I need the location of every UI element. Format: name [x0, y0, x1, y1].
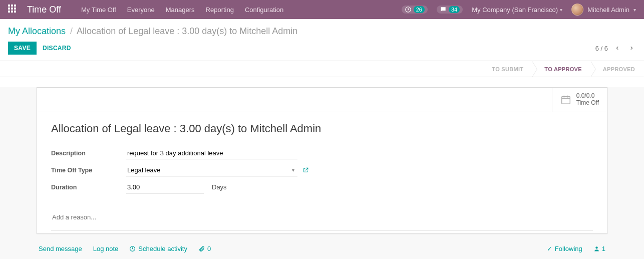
- pager-next[interactable]: [627, 45, 636, 52]
- status-bar: TO SUBMIT TO APPROVE APPROVED: [0, 61, 644, 77]
- sheet-body: Allocation of Legal leave : 3.00 day(s) …: [37, 112, 607, 233]
- following-button[interactable]: ✓ Following: [547, 245, 582, 252]
- pager-position: 6 / 6: [595, 45, 608, 52]
- pager-prev[interactable]: [613, 45, 622, 52]
- menu-my-time-off[interactable]: My Time Off: [81, 6, 116, 14]
- menu-everyone[interactable]: Everyone: [127, 6, 155, 14]
- svg-point-3: [595, 246, 597, 248]
- messages-count: 34: [449, 6, 460, 13]
- user-menu[interactable]: Mitchell Admin ▾: [571, 4, 636, 16]
- breadcrumb-current: Allocation of Legal leave : 3.00 day(s) …: [77, 26, 297, 36]
- action-bar: SAVE DISCARD 6 / 6: [0, 42, 644, 61]
- save-button[interactable]: SAVE: [8, 42, 37, 55]
- app-title: Time Off: [27, 5, 61, 15]
- send-message-button[interactable]: Send message: [39, 245, 82, 252]
- clock-icon: [129, 245, 136, 252]
- paperclip-icon: [198, 245, 205, 252]
- description-input[interactable]: [126, 147, 297, 159]
- label-type: Time Off Type: [51, 167, 126, 174]
- status-to-submit[interactable]: TO SUBMIT: [480, 61, 532, 77]
- company-name: My Company (San Francisco): [472, 6, 558, 14]
- time-off-type-select[interactable]: [126, 164, 297, 176]
- chatter-bar: Send message Log note Schedule activity …: [37, 245, 607, 252]
- clock-icon: [405, 6, 412, 13]
- label-duration: Duration: [51, 184, 126, 191]
- main-menu: My Time Off Everyone Managers Reporting …: [81, 6, 283, 14]
- user-icon: [593, 245, 600, 252]
- record-title: Allocation of Legal leave : 3.00 day(s) …: [51, 122, 593, 135]
- form-sheet: 0.0/0.0 Time Off Allocation of Legal lea…: [37, 87, 607, 234]
- stat-buttons: 0.0/0.0 Time Off: [37, 88, 607, 112]
- time-off-stat-button[interactable]: 0.0/0.0 Time Off: [552, 88, 607, 112]
- chevron-down-icon: ▾: [633, 7, 636, 13]
- pager: 6 / 6: [595, 45, 636, 52]
- activities-count: 26: [414, 6, 425, 13]
- followers-button[interactable]: 1: [593, 245, 605, 252]
- topbar-right: 26 34 My Company (San Francisco) ▾ Mitch…: [402, 4, 636, 16]
- breadcrumb: My Allocations / Allocation of Legal lea…: [0, 19, 644, 42]
- log-note-button[interactable]: Log note: [93, 245, 119, 252]
- stat-label: Time Off: [576, 100, 599, 107]
- topbar: Time Off My Time Off Everyone Managers R…: [0, 0, 644, 19]
- breadcrumb-parent[interactable]: My Allocations: [8, 26, 66, 36]
- external-link-icon[interactable]: [302, 167, 309, 173]
- label-description: Description: [51, 150, 126, 157]
- avatar: [571, 4, 583, 16]
- chevron-down-icon: ▾: [560, 7, 562, 13]
- form-area: 0.0/0.0 Time Off Allocation of Legal lea…: [0, 87, 644, 259]
- status-approved[interactable]: APPROVED: [591, 61, 644, 77]
- discard-button[interactable]: DISCARD: [37, 42, 77, 55]
- attachments-button[interactable]: 0: [198, 245, 211, 252]
- stat-value: 0.0/0.0: [576, 93, 599, 100]
- breadcrumb-separator: /: [70, 26, 73, 36]
- duration-unit: Days: [212, 183, 227, 191]
- apps-icon[interactable]: [8, 5, 18, 15]
- schedule-activity-button[interactable]: Schedule activity: [129, 245, 187, 252]
- company-switcher[interactable]: My Company (San Francisco) ▾: [472, 6, 562, 14]
- menu-configuration[interactable]: Configuration: [245, 6, 283, 14]
- reason-input[interactable]: [51, 208, 593, 230]
- check-icon: ✓: [547, 245, 552, 252]
- messages-button[interactable]: 34: [437, 6, 463, 14]
- calendar-icon: [560, 94, 571, 105]
- status-to-approve[interactable]: TO APPROVE: [532, 61, 591, 77]
- duration-input[interactable]: [126, 181, 204, 193]
- activities-button[interactable]: 26: [402, 6, 428, 14]
- menu-managers[interactable]: Managers: [166, 6, 195, 14]
- form-grid: Description Time Off Type ▾ Duration: [51, 147, 372, 193]
- menu-reporting[interactable]: Reporting: [206, 6, 234, 14]
- chat-icon: [440, 6, 447, 13]
- user-name: Mitchell Admin: [587, 6, 629, 14]
- svg-rect-1: [561, 96, 570, 104]
